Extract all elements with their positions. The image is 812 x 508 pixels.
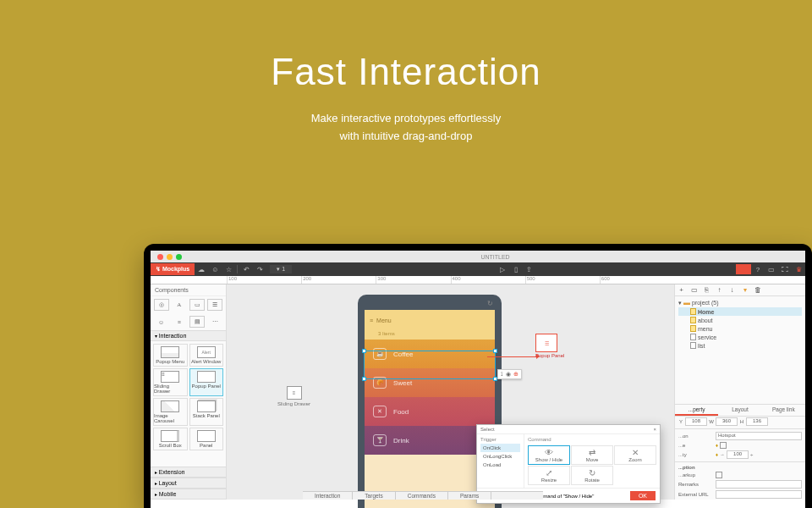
- horizontal-ruler: 100200 300400 500600: [151, 276, 805, 284]
- comp-popup-menu[interactable]: Popup Menu: [153, 344, 188, 367]
- link-target-popup-panel[interactable]: ☰ Popup Panel: [535, 334, 564, 358]
- gift-icon[interactable]: ♛: [792, 262, 805, 276]
- input-external-url[interactable]: [716, 490, 802, 499]
- trigger-onlongclick[interactable]: OnLongClick: [480, 452, 520, 461]
- panel-icon[interactable]: ☰: [207, 299, 222, 311]
- comp-panel[interactable]: Panel: [189, 428, 224, 450]
- cmd-show-hide[interactable]: 👁Show / Hide: [528, 445, 570, 465]
- trash-icon[interactable]: 🗑: [751, 286, 764, 294]
- comp-alert-window[interactable]: AlertAlert Window: [189, 344, 224, 367]
- tree-page-list[interactable]: list: [678, 341, 802, 350]
- comp-image-carousel[interactable]: Image Carousel: [153, 398, 188, 426]
- cmd-move[interactable]: ⇄Move: [571, 445, 613, 465]
- tree-project[interactable]: ▾▬project (5): [678, 298, 802, 307]
- menu-item-drink[interactable]: 🍸Drink: [365, 426, 495, 455]
- tab-targets[interactable]: Targets: [353, 492, 395, 500]
- cmd-resize[interactable]: ⤢Resize: [528, 466, 570, 485]
- folder-icon[interactable]: ▭: [688, 286, 700, 294]
- prop-coords: Y108 W360 H136: [675, 417, 805, 427]
- more-icon[interactable]: ⋯: [207, 316, 222, 328]
- link-icon: ⟟: [501, 371, 503, 378]
- canvas-area[interactable]: ≡Sliding Drawer ≡ Menu 3 Items ☕Coffee 🥐…: [227, 284, 674, 500]
- list-icon[interactable]: ≡: [172, 316, 187, 328]
- tab-page-link[interactable]: Page link: [762, 405, 805, 416]
- canvas-sliding-drawer[interactable]: ≡Sliding Drawer: [277, 386, 310, 406]
- ok-button[interactable]: OK: [630, 491, 656, 500]
- tab-layout[interactable]: Layout: [718, 405, 761, 416]
- app-logo[interactable]: ↯ Mockplus: [151, 263, 195, 275]
- menu-item-coffee[interactable]: ☕Coffee: [365, 340, 495, 368]
- tab-interaction[interactable]: Interaction: [303, 492, 353, 500]
- checkbox-markup[interactable]: [716, 472, 722, 478]
- tree-page-home[interactable]: Home: [678, 307, 802, 316]
- cmd-rotate[interactable]: ↻Rotate: [571, 466, 613, 485]
- up-icon[interactable]: ↑: [713, 286, 726, 294]
- menu-item-food[interactable]: ✕Food: [365, 397, 495, 426]
- zoom-icon[interactable]: [176, 254, 182, 260]
- input-remarks[interactable]: [716, 480, 802, 489]
- smile-icon[interactable]: ☺: [208, 262, 222, 276]
- refresh-icon[interactable]: ↻: [487, 300, 493, 307]
- components-header: Components: [151, 284, 226, 296]
- input-y[interactable]: 108: [685, 417, 707, 426]
- minimize-icon[interactable]: [167, 254, 173, 260]
- add-icon[interactable]: +: [675, 286, 688, 294]
- window-icon[interactable]: ▭: [765, 262, 778, 276]
- section-interaction[interactable]: Interaction: [151, 330, 226, 341]
- comp-sliding-drawer[interactable]: ≡Sliding Drawer: [153, 368, 188, 396]
- input-ty[interactable]: 100: [727, 450, 749, 459]
- command-header: Command: [528, 437, 656, 442]
- tab-property[interactable]: ...perty: [675, 405, 718, 416]
- comp-popup-panel[interactable]: Popup Panel: [189, 368, 224, 396]
- menu-item-sweet[interactable]: 🥐Sweet: [365, 368, 495, 397]
- section-mobile[interactable]: Mobile: [151, 489, 226, 500]
- device-screen[interactable]: ≡ Menu 3 Items ☕Coffee 🥐Sweet ✕Food 🍸Dri…: [365, 310, 495, 508]
- accent-button[interactable]: [736, 264, 751, 274]
- close-icon[interactable]: ×: [653, 427, 656, 432]
- eye-icon: ◉: [506, 371, 511, 378]
- smile-comp-icon[interactable]: ☺: [154, 316, 169, 328]
- export-icon[interactable]: ⇪: [523, 262, 536, 276]
- play-icon[interactable]: ▷: [496, 262, 509, 276]
- occ-icon[interactable]: ◎: [154, 299, 169, 311]
- tree-page-service[interactable]: service: [678, 333, 802, 341]
- menu-subtitle: 3 Items: [365, 330, 495, 340]
- undo-icon[interactable]: ↶: [239, 262, 253, 276]
- menu-header[interactable]: ≡ Menu: [365, 310, 495, 330]
- checkbox-e[interactable]: [720, 442, 727, 449]
- rect-icon[interactable]: ▭: [189, 299, 205, 311]
- hero-title: Fast Interaction: [0, 0, 812, 93]
- down-icon[interactable]: ↓: [726, 286, 738, 294]
- collapse-icon[interactable]: ▾: [738, 286, 751, 294]
- text-icon[interactable]: A: [172, 299, 187, 311]
- help-icon[interactable]: ?: [751, 262, 765, 276]
- device-icon[interactable]: ▯: [509, 262, 523, 276]
- input-h[interactable]: 136: [746, 417, 768, 426]
- page-dropdown[interactable]: ▾ 1: [270, 265, 292, 273]
- section-layout[interactable]: Layout: [151, 478, 226, 489]
- tab-commands[interactable]: Commands: [396, 492, 448, 500]
- close-icon[interactable]: [157, 254, 163, 260]
- hero-subtitle: Make interactive prototypes effortlessly…: [0, 110, 812, 146]
- card-icon[interactable]: ▤: [189, 316, 205, 328]
- fullscreen-icon[interactable]: ⛶: [778, 262, 792, 276]
- section-extension[interactable]: Extension: [151, 467, 226, 478]
- select-on[interactable]: Hotspot: [716, 432, 802, 440]
- redo-icon[interactable]: ↷: [253, 262, 266, 276]
- input-w[interactable]: 360: [716, 417, 738, 426]
- tree-page-about[interactable]: about: [678, 316, 802, 324]
- tab-params[interactable]: Params: [448, 492, 491, 500]
- trigger-onclick[interactable]: OnClick: [480, 444, 520, 452]
- monitor-frame: UNTITLED ↯ Mockplus ☁ ☺ ☆ ↶ ↷ ▾ 1 ▷ ▯ ⇪ …: [144, 244, 812, 508]
- cloud-icon[interactable]: ☁: [195, 262, 208, 276]
- comp-stack-panel[interactable]: Stack Panel: [189, 398, 224, 426]
- comp-scroll-box[interactable]: Scroll Box: [153, 428, 188, 450]
- tree-page-menu[interactable]: menu: [678, 324, 802, 333]
- link-handle[interactable]: ⟟ ◉ ⊕: [497, 369, 522, 379]
- copy-icon[interactable]: ⎘: [700, 286, 713, 294]
- cmd-zoom[interactable]: ✕Zoom: [614, 445, 656, 465]
- drag-icon[interactable]: ⊕: [513, 371, 518, 378]
- window-title: UNTITLED: [185, 254, 805, 260]
- trigger-onload[interactable]: OnLoad: [480, 461, 520, 469]
- star-icon[interactable]: ☆: [222, 262, 235, 276]
